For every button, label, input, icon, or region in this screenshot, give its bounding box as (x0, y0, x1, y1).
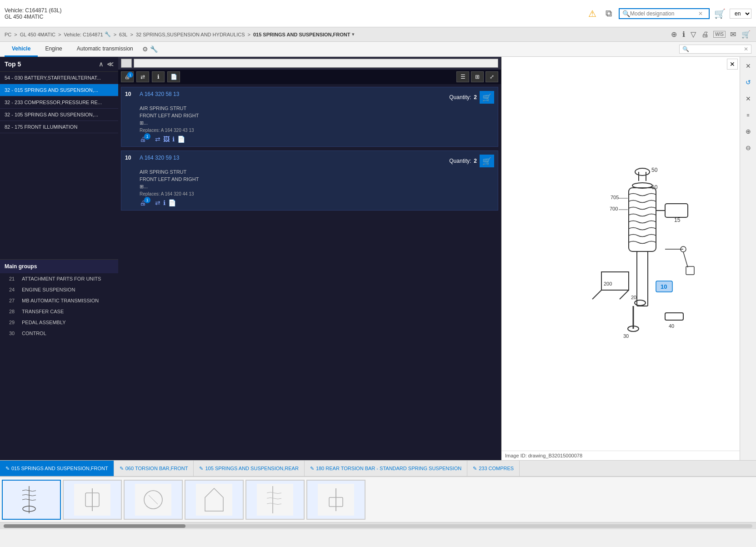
transmission-settings-icon[interactable]: ⚙ (142, 45, 148, 53)
expand-view-btn[interactable]: ⤢ (486, 71, 498, 82)
part-code-1[interactable]: A 164 320 59 13 (140, 155, 179, 161)
zoom-out-diagram-btn[interactable]: ⊖ (742, 141, 755, 154)
horizontal-scrollbar[interactable] (0, 522, 756, 529)
sidebar-item-2[interactable]: 32 - 233 COMPRESSOR,PRESSURE RE... (0, 96, 118, 109)
print-icon[interactable]: 🖨 (701, 30, 710, 40)
filter-icon[interactable]: ▽ (690, 29, 697, 40)
grid-view-btn[interactable]: ⊞ (471, 71, 484, 82)
bottom-tab-0[interactable]: ✎ 015 SPRINGS AND SUSPENSION,FRONT (0, 461, 114, 476)
breadcrumb-vehicle[interactable]: Vehicle: C164871 🔧 (64, 31, 110, 37)
part-code-0[interactable]: A 164 320 58 13 (140, 91, 179, 97)
scrollbar-thumb[interactable] (4, 524, 185, 528)
cursor-btn[interactable]: ✕ (742, 92, 755, 105)
part-actions-1: 🖨1 ⇄ ℹ 📄 (140, 199, 494, 206)
breadcrumb-current[interactable]: 015 SPRINGS AND SUSPENSION,FRONT (253, 32, 350, 37)
model-search-input[interactable] (630, 10, 698, 17)
sidebar-group-28[interactable]: 28 TRANSFER CASE (0, 306, 118, 317)
thumbnail-3[interactable] (185, 480, 244, 520)
tab-search-box[interactable]: 🔍 ✕ (679, 45, 751, 54)
sidebar-group-24[interactable]: 24 ENGINE SUSPENSION (0, 284, 118, 295)
thumbnail-0[interactable] (2, 480, 61, 520)
thumbnail-4[interactable] (245, 480, 305, 520)
part-desc3-1[interactable]: ⊞... (140, 184, 494, 190)
scrollbar-track (4, 524, 752, 528)
part-exchange-btn-1[interactable]: ⇄ (155, 199, 160, 206)
diagram-close-btn[interactable]: ✕ (727, 59, 738, 70)
sidebar-group-21[interactable]: 21 ATTACHMENT PARTS FOR UNITS (0, 273, 118, 284)
center-panel: 🖨 1 ⇄ ℹ 📄 ☰ ⊞ ⤢ 10 A 164 320 58 13 (118, 57, 501, 460)
breadcrumb-63l[interactable]: 63L (119, 32, 127, 37)
part-exchange-btn-0[interactable]: ⇄ (155, 135, 160, 143)
wis-icon[interactable]: WIS (713, 31, 726, 38)
sidebar-item-1[interactable]: 32 - 015 SPRINGS AND SUSPENSION,... (0, 84, 118, 96)
bottom-tab-3[interactable]: ✎ 180 REAR TORSION BAR - STANDARD SPRING… (305, 461, 467, 476)
breadcrumb-springs[interactable]: 32 SPRINGS,SUSPENSION AND HYDRAULICS (136, 32, 245, 37)
part-desc3-0[interactable]: ⊞... (140, 120, 494, 126)
tab-transmission[interactable]: Automatic transmission (70, 42, 140, 57)
bottom-tab-2[interactable]: ✎ 105 SPRINGS AND SUSPENSION,REAR (194, 461, 304, 476)
expand-icon[interactable]: ≪ (107, 60, 114, 68)
sidebar-item-4[interactable]: 82 - 175 FRONT ILLUMINATION (0, 121, 118, 133)
close-diagram-btn[interactable]: ✕ (742, 60, 755, 72)
info-icon[interactable]: ℹ (681, 29, 686, 40)
part-qty-1: Quantity: 2 🛒 (449, 155, 494, 167)
part-print-btn-1[interactable]: 🖨1 (140, 199, 152, 206)
zoom-in-icon[interactable]: ⊕ (670, 29, 678, 40)
part-image-btn-0[interactable]: 🖼 (163, 135, 170, 143)
part-doc-btn-1[interactable]: 📄 (168, 199, 176, 206)
info-btn[interactable]: ℹ (152, 71, 165, 82)
part-print-btn-0[interactable]: 🖨1 (140, 135, 152, 143)
breadcrumb-actions: ⊕ ℹ ▽ 🖨 WIS ✉ 🛒 (670, 29, 751, 40)
tab-search-input[interactable] (689, 46, 744, 52)
svg-text:50: 50 (651, 167, 658, 173)
clear-search-icon[interactable]: ✕ (698, 10, 703, 17)
model-search-box[interactable]: 🔍 ✕ (619, 8, 710, 19)
tab-search-clear[interactable]: ✕ (744, 46, 748, 52)
part-replaces-0: Replaces: A 164 320 43 13 (140, 128, 494, 133)
sidebar-group-27[interactable]: 27 MB AUTOMATIC TRANSMISSION (0, 295, 118, 306)
sidebar-group-29[interactable]: 29 PEDAL ASSEMBLY (0, 317, 118, 328)
collapse-icon[interactable]: ∧ (99, 60, 103, 68)
center-search-field[interactable] (134, 59, 498, 68)
transmission-tool-icon[interactable]: 🔧 (150, 45, 158, 53)
print-list-btn[interactable]: 🖨 1 (121, 71, 134, 82)
language-selector[interactable]: en (730, 9, 751, 19)
warning-icon[interactable]: ⚠ (586, 7, 599, 20)
email-icon[interactable]: ✉ (729, 29, 737, 40)
zoom-in-diagram-btn[interactable]: ⊕ (742, 125, 755, 138)
doc-btn[interactable]: 📄 (167, 71, 180, 82)
center-toolbar: 🖨 1 ⇄ ℹ 📄 ☰ ⊞ ⤢ (118, 70, 501, 84)
part-info-btn-1[interactable]: ℹ (163, 199, 165, 206)
bottom-tab-1[interactable]: ✎ 060 TORSION BAR,FRONT (114, 461, 194, 476)
diagram-toolbar: ✕ ↺ ✕ ≡ ⊕ ⊖ (740, 57, 756, 460)
add-to-cart-btn-1[interactable]: 🛒 (480, 155, 494, 167)
bottom-tab-icon-1: ✎ (120, 466, 124, 472)
sidebar-item-3[interactable]: 32 - 105 SPRINGS AND SUSPENSION,... (0, 109, 118, 121)
exchange-btn[interactable]: ⇄ (136, 71, 149, 82)
thumbnail-5[interactable] (306, 480, 365, 520)
breadcrumb-pc[interactable]: PC (5, 32, 11, 37)
thumbnail-2[interactable] (124, 480, 183, 520)
thumbnails-row (0, 477, 756, 522)
part-item-0: 10 A 164 320 58 13 Quantity: 2 🛒 AIR SPR… (121, 87, 498, 147)
details-btn[interactable]: ≡ (742, 109, 755, 121)
part-doc-btn-0[interactable]: 📄 (177, 135, 185, 143)
cart-icon[interactable]: 🛒 (713, 7, 726, 20)
add-to-cart-btn-0[interactable]: 🛒 (480, 91, 494, 104)
part-pos-1: 10 (125, 155, 136, 161)
history-btn[interactable]: ↺ (742, 76, 755, 89)
sidebar-group-30[interactable]: 30 CONTROL (0, 328, 118, 339)
list-view-btn[interactable]: ☰ (456, 71, 469, 82)
thumbnail-1[interactable] (63, 480, 122, 520)
breadcrumb-dropdown-icon[interactable]: ▾ (352, 31, 355, 37)
part-info-btn-0[interactable]: ℹ (172, 135, 175, 143)
tab-engine[interactable]: Engine (38, 42, 69, 57)
search-icon: 🔍 (622, 10, 630, 17)
svg-text:40: 40 (669, 323, 674, 329)
breadcrumb-model[interactable]: GL 450 4MATIC (20, 32, 55, 37)
cart2-icon[interactable]: 🛒 (741, 29, 751, 40)
tab-vehicle[interactable]: Vehicle (5, 42, 38, 57)
copy-icon[interactable]: ⧉ (602, 7, 615, 20)
bottom-tab-4[interactable]: ✎ 233 COMPRES (467, 461, 520, 476)
sidebar-item-0[interactable]: 54 - 030 BATTERY,STARTER/ALTERNAT... (0, 72, 118, 84)
